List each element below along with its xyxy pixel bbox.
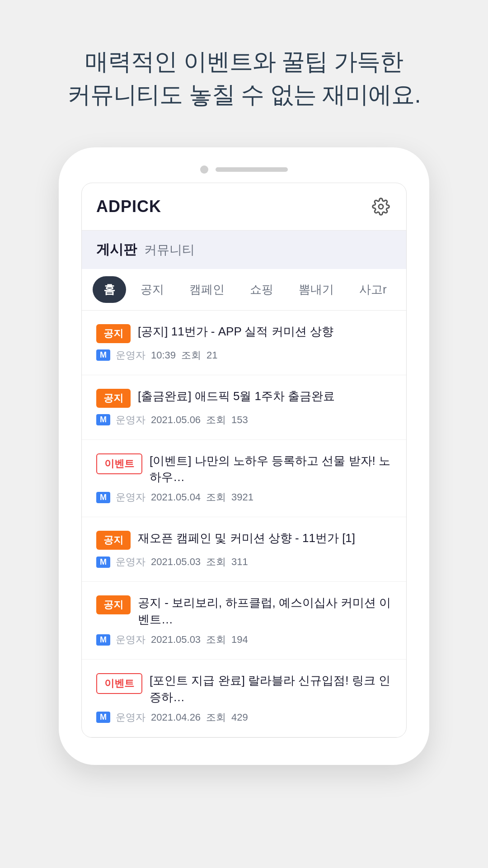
post-views-label: 조회: [181, 349, 201, 362]
settings-button[interactable]: [370, 196, 392, 217]
author-badge: M: [96, 557, 110, 568]
post-tag-notice: 공지: [96, 595, 131, 614]
post-tag-event: 이벤트: [96, 453, 142, 474]
post-meta: M 운영자 2021.05.04 조회 3921: [96, 491, 392, 504]
tab-shopping[interactable]: 쇼핑: [239, 276, 284, 303]
post-views-label: 조회: [206, 633, 226, 646]
tab-notice[interactable]: 공지: [130, 276, 175, 303]
post-meta: M 운영자 2021.05.03 조회 311: [96, 555, 392, 569]
post-author: 운영자: [116, 349, 145, 362]
hero-section: 매력적인 이벤트와 꿀팁 가득한 커뮤니티도 놓칠 수 없는 재미에요.: [67, 45, 420, 111]
post-author: 운영자: [116, 711, 145, 724]
post-meta: M 운영자 2021.04.26 조회 429: [96, 711, 392, 724]
post-meta: M 운영자 2021.05.06 조회 153: [96, 413, 392, 427]
status-dot: [200, 165, 208, 174]
status-bar-line: [216, 167, 288, 172]
post-views-label: 조회: [206, 555, 226, 569]
post-tag-event: 이벤트: [96, 673, 142, 694]
phone-status-bar: [200, 165, 288, 174]
post-title: 재오픈 캠페인 및 커미션 상향 - 11번가 [1]: [138, 530, 392, 546]
post-views: 429: [231, 712, 248, 723]
post-item[interactable]: 공지 [출금완료] 애드픽 5월 1주차 출금완료 M 운영자 2021.05.…: [82, 375, 406, 440]
post-date: 10:39: [151, 349, 176, 361]
post-title: 공지 - 보리보리, 하프클럽, 예스이십사 커미션 이벤트…: [138, 594, 392, 627]
post-tag-notice: 공지: [96, 531, 131, 550]
post-tag-notice: 공지: [96, 324, 131, 343]
post-date: 2021.05.03: [151, 556, 201, 568]
post-list: 공지 [공지] 11번가 - APP 실적 커미션 상향 M 운영자 10:39…: [82, 311, 406, 737]
post-item[interactable]: 공지 공지 - 보리보리, 하프클럽, 예스이십사 커미션 이벤트… M 운영자…: [82, 582, 406, 660]
post-views-label: 조회: [206, 413, 226, 427]
tab-home[interactable]: 홈: [93, 276, 126, 303]
post-views: 3921: [231, 491, 253, 503]
post-date: 2021.05.04: [151, 491, 201, 503]
hero-line2: 커뮤니티도 놓칠 수 없는 재미에요.: [67, 78, 420, 111]
post-tag-notice: 공지: [96, 389, 131, 408]
app-logo: ADPICK: [96, 197, 161, 216]
post-author: 운영자: [116, 555, 145, 569]
board-subtitle: 커뮤니티: [144, 243, 195, 257]
author-badge: M: [96, 634, 110, 646]
svg-point-0: [379, 204, 383, 209]
author-badge: M: [96, 712, 110, 723]
app-screen: ADPICK 게시판 커뮤니티 홈 공지 캠페인 쇼핑 뽐내기 사고r: [81, 183, 407, 738]
author-badge: M: [96, 414, 110, 425]
post-item[interactable]: 이벤트 [이벤트] 나만의 노하우 등록하고 선물 받자! 노하우… M 운영자…: [82, 440, 406, 518]
post-title: [공지] 11번가 - APP 실적 커미션 상향: [138, 323, 392, 340]
post-views-label: 조회: [206, 491, 226, 504]
post-item[interactable]: 공지 [공지] 11번가 - APP 실적 커미션 상향 M 운영자 10:39…: [82, 311, 406, 375]
post-title: [이벤트] 나만의 노하우 등록하고 선물 받자! 노하우…: [150, 453, 392, 486]
phone-mockup: ADPICK 게시판 커뮤니티 홈 공지 캠페인 쇼핑 뽐내기 사고r: [59, 147, 429, 765]
author-badge: M: [96, 349, 110, 361]
post-views: 21: [206, 349, 217, 361]
tab-campaign[interactable]: 캠페인: [178, 276, 235, 303]
hero-line1: 매력적인 이벤트와 꿀팁 가득한: [67, 45, 420, 78]
author-badge: M: [96, 492, 110, 503]
post-title: [출금완료] 애드픽 5월 1주차 출금완료: [138, 388, 392, 404]
tab-boast[interactable]: 뽐내기: [288, 276, 345, 303]
post-author: 운영자: [116, 491, 145, 504]
post-item[interactable]: 공지 재오픈 캠페인 및 커미션 상향 - 11번가 [1] M 운영자 202…: [82, 517, 406, 582]
post-date: 2021.05.06: [151, 414, 201, 426]
post-author: 운영자: [116, 633, 145, 646]
post-item[interactable]: 이벤트 [포인트 지급 완료] 랄라블라 신규입점! 링크 인증하… M 운영자…: [82, 660, 406, 737]
app-header: ADPICK: [82, 183, 406, 231]
post-meta: M 운영자 10:39 조회 21: [96, 349, 392, 362]
post-views: 194: [231, 634, 248, 646]
post-views-label: 조회: [206, 711, 226, 724]
post-author: 운영자: [116, 413, 145, 427]
tab-bar: 홈 공지 캠페인 쇼핑 뽐내기 사고r: [82, 269, 406, 311]
post-views: 153: [231, 414, 248, 426]
post-title: [포인트 지급 완료] 랄라블라 신규입점! 링크 인증하…: [150, 672, 392, 705]
board-header: 게시판 커뮤니티: [82, 231, 406, 269]
post-meta: M 운영자 2021.05.03 조회 194: [96, 633, 392, 646]
post-date: 2021.05.03: [151, 634, 201, 646]
tab-market[interactable]: 사고r: [348, 276, 398, 303]
board-title: 게시판: [96, 242, 137, 257]
post-date: 2021.04.26: [151, 712, 201, 723]
post-views: 311: [231, 556, 248, 568]
